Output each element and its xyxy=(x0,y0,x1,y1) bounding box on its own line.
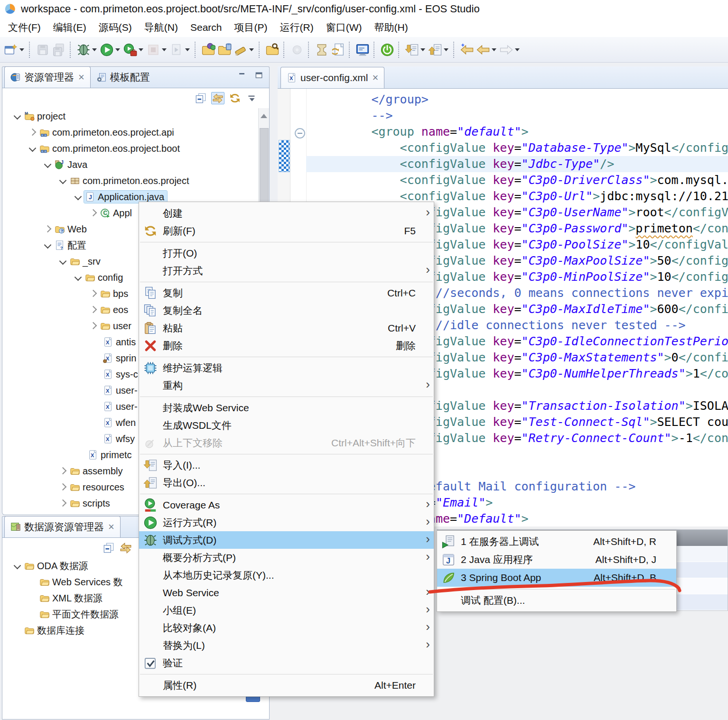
menubar-item[interactable]: 导航(N) xyxy=(138,21,184,34)
close-icon[interactable]: × xyxy=(78,72,84,83)
menubar-item[interactable]: 窗口(W) xyxy=(320,21,368,34)
scroll-up-icon[interactable] xyxy=(261,114,267,118)
remote-monitor-icon[interactable] xyxy=(355,43,370,57)
dropdown-caret-icon[interactable] xyxy=(444,48,448,51)
dropdown-caret-icon[interactable] xyxy=(139,48,143,51)
dropdown-caret-icon[interactable] xyxy=(492,48,496,51)
menu-item[interactable]: 运行方式(R) xyxy=(139,514,434,531)
refresh-pair-icon[interactable] xyxy=(228,92,242,104)
menu-item[interactable]: 打开(O) xyxy=(139,244,434,262)
dropdown-caret-icon[interactable] xyxy=(19,48,24,51)
menu-item[interactable]: 刷新(F)F5 xyxy=(139,222,434,240)
menu-item[interactable]: 封装成Web Service xyxy=(139,399,434,416)
xml-transform-icon[interactable] xyxy=(331,43,345,57)
dropdown-caret-icon[interactable] xyxy=(420,48,425,51)
menubar-item[interactable]: 源码(S) xyxy=(93,21,138,34)
tree-item[interactable]: com.primeton.eos.project xyxy=(2,173,269,189)
dropdown-caret-icon[interactable] xyxy=(249,48,254,51)
menu-item[interactable]: 删除删除 xyxy=(139,337,434,354)
back-star-icon[interactable] xyxy=(460,43,474,57)
tab-resource-explorer[interactable]: 资源管理器 × xyxy=(4,66,91,88)
chevron-expanded-icon[interactable] xyxy=(72,191,84,203)
new-wizard-icon[interactable] xyxy=(4,43,18,57)
tab-datasource-explorer[interactable]: 数据源资源管理器 × xyxy=(4,516,121,537)
chevron-collapsed-icon[interactable] xyxy=(41,223,54,235)
collapse-all-icon[interactable] xyxy=(102,542,115,554)
dropdown-caret-icon[interactable] xyxy=(185,48,190,51)
menu-item[interactable]: 导出(O)... xyxy=(139,474,434,491)
menubar-item[interactable]: 项目(P) xyxy=(228,21,274,34)
tree-item[interactable]: com.primeton.eos.project.api xyxy=(2,124,269,140)
menubar-item[interactable]: 帮助(H) xyxy=(368,21,414,34)
chevron-expanded-icon[interactable] xyxy=(26,142,38,155)
menu-item[interactable]: 从上下文移除Ctrl+Alt+Shift+向下 xyxy=(139,434,434,452)
code-line[interactable]: <configValue key="C3p0-DriverClass">com.… xyxy=(306,172,728,188)
spool-icon[interactable] xyxy=(315,43,329,57)
menu-item[interactable]: 1 在服务器上调试Alt+Shift+D, R xyxy=(437,533,676,551)
menu-item[interactable]: 创建 xyxy=(139,204,434,222)
menubar-item[interactable]: 文件(F) xyxy=(2,21,47,34)
search-folder-icon[interactable] xyxy=(265,43,280,57)
menu-item[interactable]: 概要分析方式(P) xyxy=(139,549,434,566)
collapse-all-icon[interactable] xyxy=(194,92,207,104)
menu-item[interactable]: 维护运算逻辑 xyxy=(139,359,434,377)
run-last-icon[interactable] xyxy=(169,43,184,57)
menu-item[interactable]: 验证 xyxy=(139,654,434,672)
chevron-collapsed-icon[interactable] xyxy=(56,465,69,477)
code-line[interactable]: <group name="default"> xyxy=(306,124,728,140)
menu-item[interactable]: 调试方式(D) xyxy=(139,531,434,549)
link-with-editor-icon[interactable] xyxy=(211,92,224,104)
tree-item[interactable]: com.primeton.eos.project.boot xyxy=(2,140,269,157)
code-line[interactable]: </group> xyxy=(306,92,728,108)
menu-item[interactable]: 重构 xyxy=(139,377,434,394)
chevron-expanded-icon[interactable] xyxy=(72,271,84,284)
open-task-icon[interactable] xyxy=(217,43,232,57)
tree-item[interactable]: Mproject xyxy=(2,108,269,124)
export-list-icon[interactable] xyxy=(428,43,442,57)
code-line[interactable]: --> xyxy=(306,108,728,124)
menu-item[interactable]: Web Service xyxy=(139,584,434,601)
chevron-expanded-icon[interactable] xyxy=(41,239,54,251)
menu-item[interactable]: J2 Java 应用程序Alt+Shift+D, J xyxy=(437,551,676,569)
menubar-item[interactable]: 运行(R) xyxy=(274,21,320,34)
menu-item[interactable]: 打开方式 xyxy=(139,262,434,279)
fold-collapse-icon[interactable] xyxy=(295,128,305,138)
open-resource-icon[interactable] xyxy=(201,43,215,57)
menu-item[interactable]: 粘贴Ctrl+V xyxy=(139,319,434,337)
menu-item[interactable]: 属性(R)Alt+Enter xyxy=(139,676,434,694)
minimize-icon[interactable] xyxy=(237,71,247,80)
import-list-icon[interactable] xyxy=(405,43,419,57)
chevron-expanded-icon[interactable] xyxy=(56,255,69,268)
spring-boot-icon[interactable] xyxy=(380,43,394,57)
menu-item[interactable]: 小组(E) xyxy=(139,601,434,619)
save-all-icon[interactable] xyxy=(52,43,66,57)
view-menu-icon[interactable] xyxy=(245,92,259,104)
dropdown-caret-icon[interactable] xyxy=(92,48,97,51)
menu-item[interactable]: 3 Spring Boot AppAlt+Shift+D, B xyxy=(437,569,676,587)
menu-item[interactable]: 替换为(L) xyxy=(139,637,434,654)
chevron-expanded-icon[interactable] xyxy=(41,158,54,171)
chevron-collapsed-icon[interactable] xyxy=(26,126,38,138)
chevron-collapsed-icon[interactable] xyxy=(87,287,99,300)
chevron-expanded-icon[interactable] xyxy=(56,175,69,187)
close-icon[interactable]: × xyxy=(372,73,378,83)
mark-pen-icon[interactable] xyxy=(233,43,248,57)
chevron-collapsed-icon[interactable] xyxy=(87,320,99,332)
dim-tool-icon[interactable] xyxy=(290,43,304,57)
link-with-editor-icon[interactable] xyxy=(119,542,132,554)
run-external-icon[interactable] xyxy=(123,43,137,57)
forward-icon[interactable] xyxy=(499,43,513,57)
dropdown-caret-icon[interactable] xyxy=(162,48,167,51)
debug-icon[interactable] xyxy=(76,43,91,57)
save-icon[interactable] xyxy=(36,43,50,57)
chevron-collapsed-icon[interactable] xyxy=(87,207,99,219)
menu-item[interactable]: Coverage As xyxy=(139,496,434,514)
chevron-collapsed-icon[interactable] xyxy=(56,497,69,509)
menu-item[interactable]: 从本地历史记录复原(Y)... xyxy=(139,566,434,584)
chevron-collapsed-icon[interactable] xyxy=(56,481,69,493)
tab-user-config-xml[interactable]: X user-config.xml × xyxy=(280,67,384,88)
chevron-expanded-icon[interactable] xyxy=(11,560,23,572)
dropdown-caret-icon[interactable] xyxy=(515,48,520,51)
chevron-expanded-icon[interactable] xyxy=(11,110,23,122)
menu-item[interactable]: 比较对象(A) xyxy=(139,619,434,637)
